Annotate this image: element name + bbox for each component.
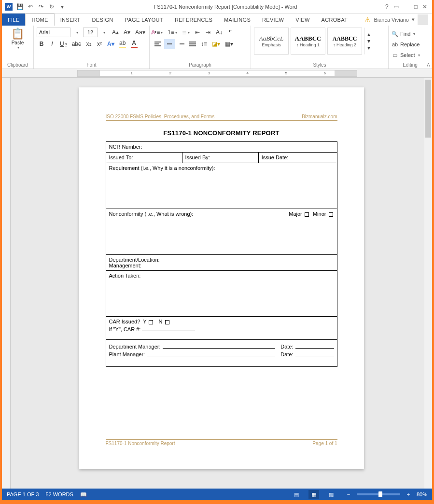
page[interactable]: ISO 22000 FSMS Policies, Procedures, and…	[79, 87, 364, 469]
style-heading-1[interactable]: AABBCC ↑ Heading 1	[291, 28, 325, 55]
underline-button[interactable]: U▾	[58, 39, 69, 49]
checkbox-n[interactable]	[165, 320, 169, 324]
cell-dept-mgmt[interactable]: Department/Location: Management:	[106, 255, 337, 271]
status-page[interactable]: PAGE 1 OF 3	[7, 491, 39, 497]
change-case-icon[interactable]: Aa▾	[133, 28, 147, 37]
find-button[interactable]: 🔍Find▾	[392, 29, 415, 38]
font-color-icon[interactable]: A	[129, 39, 140, 49]
tab-insert[interactable]: INSERT	[55, 14, 86, 26]
print-layout-icon[interactable]: ▦	[308, 490, 319, 499]
status-words[interactable]: 52 WORDS	[45, 491, 73, 497]
styles-gallery-more[interactable]: ▴▾▾	[364, 28, 374, 55]
qat-more-icon[interactable]: ▾	[59, 3, 66, 10]
group-styles: AaBbCcL Emphasis AABBCC ↑ Heading 1 AABB…	[251, 26, 389, 69]
proofing-icon[interactable]: 📖	[80, 491, 87, 498]
checkbox-major[interactable]	[305, 212, 309, 217]
horizontal-ruler[interactable]: 1 2 3 4 5 6	[2, 69, 432, 78]
document-title: FS1170-1 NONCONFORMITY REPORT	[106, 129, 337, 137]
zoom-out-icon[interactable]: −	[343, 490, 354, 499]
cell-issued-to[interactable]: Issued To:	[106, 153, 182, 163]
zoom-in-icon[interactable]: +	[403, 490, 414, 499]
find-icon: 🔍	[392, 31, 398, 37]
tab-home[interactable]: HOME	[25, 14, 54, 26]
cell-signatures[interactable]: Department Manager: Date: Plant Manager:…	[106, 340, 337, 367]
font-size-dropdown[interactable]: ▾	[99, 28, 109, 37]
tab-design[interactable]: DESIGN	[86, 14, 119, 26]
font-name-input[interactable]	[37, 28, 70, 37]
title-bar: W 💾 ↶ ↷ ↻ ▾ FS1170-1 Nonconformity Repor…	[2, 0, 432, 14]
tab-acrobat[interactable]: ACROBAT	[316, 14, 353, 26]
document-canvas[interactable]: ISO 22000 FSMS Policies, Procedures, and…	[11, 78, 432, 489]
zoom-level[interactable]: 80%	[417, 491, 427, 497]
user-account[interactable]: ⚠ Bianca Viviano ▾	[364, 14, 432, 26]
ribbon-display-icon[interactable]: ▭	[393, 3, 399, 10]
collapse-ribbon-icon[interactable]: ᐱ	[427, 62, 430, 68]
group-clipboard: 📋 Paste ▾ Clipboard	[2, 26, 34, 69]
cell-issue-date[interactable]: Issue Date:	[258, 153, 337, 163]
vertical-scrollbar[interactable]	[424, 78, 432, 489]
font-name-dropdown[interactable]: ▾	[72, 28, 82, 37]
minimize-icon[interactable]: —	[404, 3, 409, 10]
repeat-icon[interactable]: ↻	[48, 3, 55, 10]
help-icon[interactable]: ?	[385, 3, 389, 10]
align-left-icon[interactable]	[153, 39, 163, 49]
window-title: FS1170-1 Nonconformity Report [Compatibi…	[66, 4, 385, 10]
decrease-indent-icon[interactable]: ⇤	[193, 28, 202, 37]
strikethrough-button[interactable]: abc	[70, 39, 83, 49]
shading-icon[interactable]: ◪▾	[210, 39, 222, 49]
show-marks-icon[interactable]: ¶	[225, 28, 235, 37]
subscript-button[interactable]: x₂	[84, 39, 94, 49]
grow-font-icon[interactable]: A▴	[110, 28, 121, 37]
style-emphasis[interactable]: AaBbCcL Emphasis	[254, 28, 289, 55]
cell-car[interactable]: CAR Issued? Y N If "Y", CAR #:	[106, 317, 337, 340]
paste-button[interactable]: 📋 Paste ▾	[9, 28, 26, 50]
page-footer-right: Page 1 of 1	[312, 441, 337, 446]
justify-icon[interactable]	[187, 39, 198, 49]
read-mode-icon[interactable]: ▤	[291, 490, 302, 499]
cell-ncr[interactable]: NCR Number:	[106, 142, 337, 153]
page-header-left: ISO 22000 FSMS Policies, Procedures, and…	[106, 114, 215, 119]
align-center-icon[interactable]	[164, 39, 175, 49]
redo-icon[interactable]: ↷	[38, 3, 44, 10]
superscript-button[interactable]: x²	[95, 39, 104, 49]
style-heading-2[interactable]: AABBCC ↑ Heading 2	[327, 28, 362, 55]
bullets-icon[interactable]: •≡▾	[153, 28, 165, 37]
cell-requirement[interactable]: Requirement (i.e., Why it is a nonconfor…	[106, 163, 337, 209]
tab-page-layout[interactable]: PAGE LAYOUT	[119, 14, 169, 26]
text-effects-icon[interactable]: A▾	[105, 39, 116, 49]
tab-file[interactable]: FILE	[2, 14, 25, 26]
select-button[interactable]: ▭Select▾	[392, 51, 420, 59]
cell-issued-by[interactable]: Issued By:	[182, 153, 258, 163]
tab-view[interactable]: VIEW	[290, 14, 315, 26]
maximize-icon[interactable]: □	[414, 3, 418, 10]
cell-nonconformity[interactable]: Nonconformity (i.e., What is wrong): Maj…	[106, 209, 337, 255]
cell-action[interactable]: Action Taken:	[106, 271, 337, 317]
increase-indent-icon[interactable]: ⇥	[203, 28, 213, 37]
font-size-input[interactable]	[83, 28, 98, 37]
tab-mailings[interactable]: MAILINGS	[218, 14, 256, 26]
align-right-icon[interactable]	[176, 39, 186, 49]
italic-button[interactable]: I	[47, 39, 57, 49]
bold-button[interactable]: B	[37, 39, 46, 49]
checkbox-y[interactable]	[149, 320, 153, 324]
zoom-slider[interactable]	[357, 493, 400, 495]
replace-button[interactable]: abReplace	[392, 40, 420, 49]
undo-icon[interactable]: ↶	[27, 3, 34, 10]
web-layout-icon[interactable]: ▧	[326, 490, 336, 499]
borders-icon[interactable]: ▦▾	[223, 39, 235, 49]
group-editing: 🔍Find▾ abReplace ▭Select▾ Editing	[389, 26, 432, 69]
vertical-ruler[interactable]	[2, 78, 11, 489]
close-icon[interactable]: ✕	[422, 3, 427, 10]
shrink-font-icon[interactable]: A▾	[122, 28, 132, 37]
save-icon[interactable]: 💾	[16, 3, 23, 10]
checkbox-minor[interactable]	[329, 212, 333, 217]
tab-review[interactable]: REVIEW	[256, 14, 290, 26]
page-header-right: Bizmanualz.com	[302, 114, 337, 119]
line-spacing-icon[interactable]: ↕≡	[199, 39, 209, 49]
multilevel-icon[interactable]: ≣▾	[180, 28, 192, 37]
sort-icon[interactable]: A↓	[214, 28, 224, 37]
tab-references[interactable]: REFERENCES	[169, 14, 218, 26]
group-font: ▾ ▾ A▴ A▾ Aa▾ A̷ B I U▾ abc x₂ x² A▾ ab	[34, 26, 150, 69]
highlight-icon[interactable]: ab	[117, 39, 128, 49]
numbering-icon[interactable]: 1≡▾	[166, 28, 179, 37]
